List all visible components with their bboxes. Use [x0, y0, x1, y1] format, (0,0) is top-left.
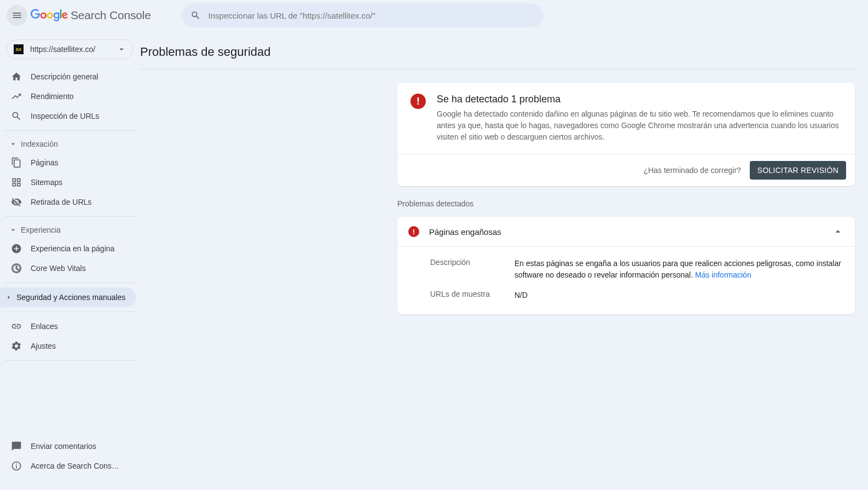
sidebar: SX https://satellitex.co/ Descripción ge… [0, 31, 140, 490]
sidebar-item-sitemaps[interactable]: Sitemaps [0, 172, 136, 192]
visibility-off-icon [11, 197, 22, 207]
section-label: Indexación [21, 140, 58, 148]
alert-description: Google ha detectado contenido dañino en … [437, 108, 842, 143]
issue-urls-label: URLs de muestra [430, 290, 514, 301]
sidebar-item-label: Inspección de URLs [31, 112, 99, 120]
product-name: Search Console [71, 9, 151, 22]
section-label: Experiencia [21, 226, 61, 234]
sidebar-item-label: Retirada de URLs [31, 198, 91, 206]
search-input[interactable] [209, 11, 534, 20]
main-content: Problemas de seguridad ! Se ha detectado… [140, 31, 868, 490]
sidebar-item-label: Enlaces [31, 322, 58, 331]
issue-title: Páginas engañosas [429, 227, 822, 237]
chevron-right-icon [4, 293, 13, 302]
sidebar-item-label: Enviar comentarios [31, 442, 96, 451]
issue-urls-value: N/D [514, 290, 528, 301]
chevron-down-icon [9, 140, 18, 148]
menu-button[interactable] [7, 5, 27, 26]
sidebar-item-overview[interactable]: Descripción general [0, 67, 136, 87]
sidebar-item-settings[interactable]: Ajustes [0, 336, 136, 356]
sidebar-item-label: Rendimiento [31, 92, 74, 101]
section-indexing[interactable]: Indexación [4, 135, 136, 153]
sidebar-item-url-inspection[interactable]: Inspección de URLs [0, 106, 136, 126]
search-icon [190, 10, 201, 21]
chevron-down-icon [9, 226, 18, 234]
chevron-up-icon [832, 226, 844, 238]
trend-icon [11, 91, 22, 102]
chevron-down-icon [117, 44, 126, 54]
sidebar-item-label: Páginas [31, 158, 59, 167]
sidebar-item-feedback[interactable]: Enviar comentarios [0, 436, 136, 456]
issue-header[interactable]: ! Páginas engañosas [397, 217, 855, 246]
finished-fixing-text: ¿Has terminado de corregir? [644, 166, 741, 175]
sidebar-item-label: Experiencia en la página [31, 244, 114, 253]
sidebar-item-label: Ajustes [31, 342, 56, 350]
sidebar-item-about[interactable]: Acerca de Search Cons… [0, 456, 136, 476]
info-icon [11, 460, 22, 471]
sidebar-item-label: Descripción general [31, 72, 99, 81]
plus-circle-icon [11, 243, 22, 254]
section-experience[interactable]: Experiencia [4, 221, 136, 239]
issue-description-value: En estas páginas se engaña a los usuario… [514, 258, 842, 281]
page-title: Problemas de seguridad [140, 39, 855, 70]
request-review-button[interactable]: SOLICITAR REVISIÓN [750, 161, 846, 180]
issue-card: ! Páginas engañosas Descripción En estas… [397, 217, 855, 314]
sitemap-icon [11, 177, 22, 188]
gear-icon [11, 341, 22, 351]
product-logo[interactable]: Search Console [31, 9, 151, 22]
feedback-icon [11, 441, 22, 452]
issue-description-label: Descripción [430, 258, 514, 281]
error-icon: ! [410, 94, 426, 109]
google-logo-icon [31, 9, 68, 22]
sidebar-item-label: Acerca de Search Cons… [31, 462, 119, 470]
links-icon [11, 321, 22, 332]
sidebar-item-links[interactable]: Enlaces [0, 316, 136, 336]
sidebar-item-page-experience[interactable]: Experiencia en la página [0, 239, 136, 258]
search-icon [11, 111, 22, 122]
security-alert-card: ! Se ha detectado 1 problema Google ha d… [397, 83, 855, 186]
speed-icon [11, 263, 22, 274]
home-icon [11, 71, 22, 82]
error-icon: ! [408, 226, 419, 237]
issues-section-label: Problemas detectados [397, 199, 855, 208]
sidebar-item-security[interactable]: Seguridad y Acciones manuales [0, 287, 136, 307]
more-info-link[interactable]: Más información [695, 270, 751, 279]
sidebar-item-performance[interactable]: Rendimiento [0, 87, 136, 106]
sidebar-item-pages[interactable]: Páginas [0, 153, 136, 172]
sidebar-item-label: Core Web Vitals [31, 264, 86, 273]
property-favicon: SX [14, 44, 24, 54]
url-inspection-search[interactable] [182, 3, 543, 27]
property-selector[interactable]: SX https://satellitex.co/ [7, 39, 134, 59]
pages-icon [11, 157, 22, 168]
sidebar-item-removals[interactable]: Retirada de URLs [0, 192, 136, 212]
sidebar-item-label: Seguridad y Acciones manuales [16, 293, 125, 302]
property-url: https://satellitex.co/ [30, 45, 117, 54]
hamburger-icon [11, 10, 22, 21]
alert-title: Se ha detectado 1 problema [437, 94, 842, 105]
sidebar-item-label: Sitemaps [31, 178, 62, 187]
sidebar-item-core-web-vitals[interactable]: Core Web Vitals [0, 258, 136, 278]
